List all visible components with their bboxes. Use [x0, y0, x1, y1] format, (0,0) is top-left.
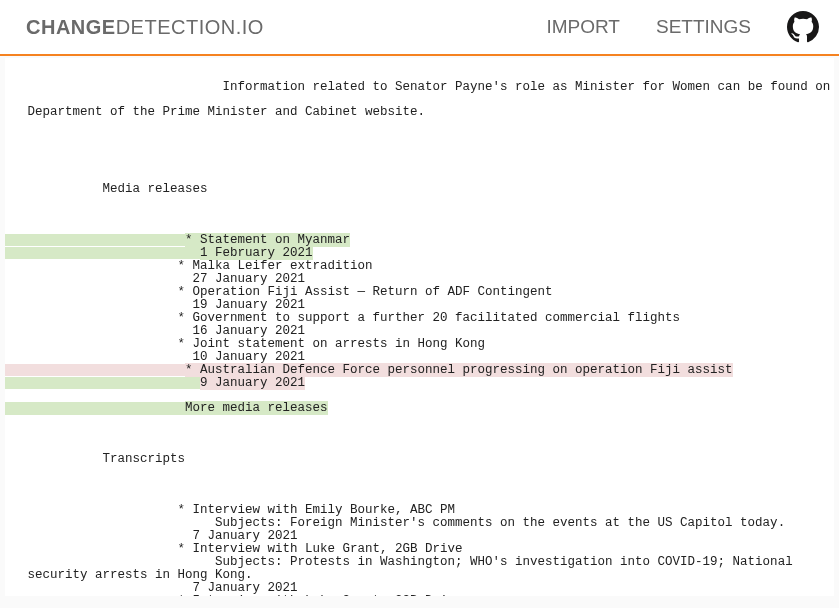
media-item-removed: * Australian Defence Force personnel pro…: [5, 364, 834, 377]
blank-line: [5, 479, 834, 492]
intro-text-2: Department of the Prime Minister and Cab…: [28, 105, 426, 119]
blank-line: [5, 132, 834, 145]
media-releases-list: * Statement on Myanmar 1 February 2021 *…: [5, 234, 834, 390]
intro-line: Information related to Senator Payne's r…: [5, 81, 834, 94]
blank-line: [5, 428, 834, 441]
media-header-text: Media releases: [5, 182, 208, 196]
media-item-added: * Statement on Myanmar: [5, 234, 834, 247]
more-media-line: More media releases: [5, 402, 834, 415]
brand[interactable]: CHANGEDETECTION.IO: [26, 16, 264, 39]
media-item: * Operation Fiji Assist — Return of ADF …: [5, 286, 834, 299]
transcript-item: * Interview with Luke Grant, 2GB Drive: [5, 595, 834, 596]
transcripts-list: * Interview with Emily Bourke, ABC PM Su…: [5, 504, 834, 596]
app-header: CHANGEDETECTION.IO IMPORT SETTINGS: [0, 0, 839, 56]
media-item: * Joint statement on arrests in Hong Kon…: [5, 338, 834, 351]
media-title[interactable]: Statement on Myanmar: [200, 233, 350, 247]
media-date: 19 January 2021: [5, 299, 834, 312]
diff-content: Information related to Senator Payne's r…: [5, 58, 834, 596]
media-date: 16 January 2021: [5, 325, 834, 338]
media-date: 1 February 2021: [200, 246, 313, 260]
more-media-link[interactable]: More media releases: [185, 401, 328, 415]
blank-line: [5, 208, 834, 221]
intro-line: Department of the Prime Minister and Cab…: [5, 106, 834, 119]
content-wrap: Information related to Senator Payne's r…: [0, 56, 839, 608]
media-date: 27 January 2021: [5, 273, 834, 286]
blank-line: [5, 157, 834, 170]
brand-bold: CHANGE: [26, 16, 116, 38]
transcripts-header-text: Transcripts: [5, 452, 185, 466]
media-date-removed: 9 January 2021: [5, 377, 834, 390]
media-date: 9 January 2021: [200, 376, 305, 390]
github-icon[interactable]: [787, 11, 819, 43]
media-item: * Malka Leifer extradition: [5, 260, 834, 273]
media-item: * Government to support a further 20 fac…: [5, 312, 834, 325]
brand-rest: DETECTION.IO: [116, 16, 264, 38]
nav-import[interactable]: IMPORT: [546, 16, 620, 38]
intro-text-1: Information related to Senator Payne's r…: [155, 80, 834, 94]
media-date-added: 1 February 2021: [5, 247, 834, 260]
media-title[interactable]: Australian Defence Force personnel progr…: [200, 363, 733, 377]
transcripts-header: Transcripts: [5, 453, 834, 466]
nav-settings[interactable]: SETTINGS: [656, 16, 751, 38]
media-date: 10 January 2021: [5, 351, 834, 364]
media-releases-header: Media releases: [5, 183, 834, 196]
